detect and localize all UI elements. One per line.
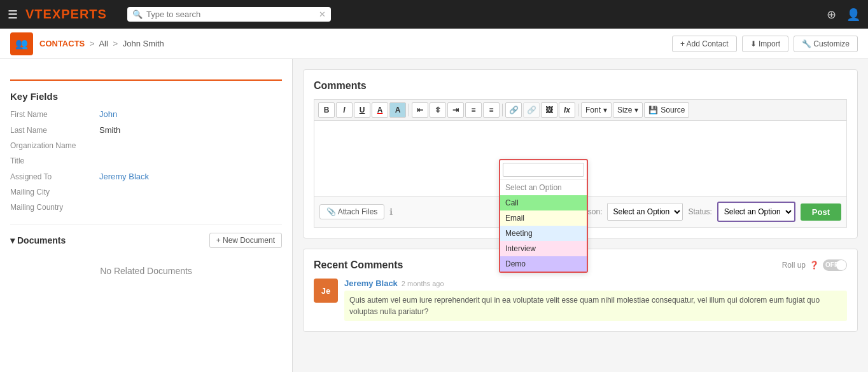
unlink-button[interactable]: 🔗 xyxy=(523,102,540,118)
roll-up-label: Roll up xyxy=(782,261,806,270)
field-value-firstname[interactable]: John xyxy=(99,109,117,119)
field-label-firstname: First Name xyxy=(10,110,99,119)
search-input[interactable] xyxy=(146,10,315,19)
bold-button[interactable]: B xyxy=(318,102,335,118)
link-button[interactable]: 🔗 xyxy=(505,102,522,118)
align-right-button[interactable]: ⇥ xyxy=(447,102,464,118)
underline-button[interactable]: U xyxy=(354,102,370,118)
customize-button[interactable]: 🔧 Customize xyxy=(794,36,858,52)
avatar: Je xyxy=(314,279,338,303)
collapse-icon[interactable]: ▾ xyxy=(10,235,15,245)
toolbar-sep3 xyxy=(578,104,578,116)
dropdown-item-header[interactable]: Select an Option xyxy=(500,180,587,195)
dropdown-item-call[interactable]: Call xyxy=(500,195,587,210)
field-row: Mailing Country xyxy=(10,203,282,212)
ordered-list-button[interactable]: ≡ xyxy=(465,102,482,118)
roll-up-toggle[interactable]: OFF xyxy=(823,259,847,271)
size-arrow: ▾ xyxy=(634,106,638,114)
toggle-knob xyxy=(836,260,846,270)
content-area: Comments B I U A A ⇤ ⇳ ⇥ ≡ ≡ 🔗 🔗 🖼 Ix xyxy=(293,59,868,372)
search-icon: 🔍 xyxy=(132,10,143,19)
nav-right: ⊕ 👤 xyxy=(827,8,860,22)
field-label-city: Mailing City xyxy=(10,188,99,196)
main-layout: Key Fields First Name John Last Name Smi… xyxy=(0,59,868,372)
field-label-assigned: Assigned To xyxy=(10,172,99,181)
field-value-assigned[interactable]: Jeremy Black xyxy=(99,172,149,181)
comment-body: Jeremy Black 2 months ago Quis autem vel… xyxy=(344,279,847,321)
user-icon[interactable]: 👤 xyxy=(846,8,860,22)
module-icon: 👥 xyxy=(10,32,33,55)
dropdown-item-email[interactable]: Email xyxy=(500,210,587,226)
add-icon[interactable]: ⊕ xyxy=(827,8,836,22)
clear-search-icon[interactable]: ✕ xyxy=(319,10,326,19)
comment-text: Quis autem vel eum iure reprehenderit qu… xyxy=(344,291,847,321)
add-contact-button[interactable]: + Add Contact xyxy=(672,36,737,52)
roll-up-wrap: Roll up ❓ OFF xyxy=(782,259,847,271)
documents-section: ▾ Documents + New Document No Related Do… xyxy=(10,224,282,286)
source-dropdown[interactable]: 💾 Source xyxy=(644,102,689,118)
help-icon[interactable]: ❓ xyxy=(809,261,819,270)
comments-toolbar: B I U A A ⇤ ⇳ ⇥ ≡ ≡ 🔗 🔗 🖼 Ix Font ▾ xyxy=(314,99,847,120)
menu-icon[interactable]: ☰ xyxy=(8,8,18,22)
dropdown-item-meeting[interactable]: Meeting xyxy=(500,226,587,241)
source-label: Source xyxy=(661,106,685,114)
key-fields-title: Key Fields xyxy=(10,91,282,102)
toolbar-sep2 xyxy=(502,104,503,116)
editor-area[interactable]: Select an Option Call Email Meeting Inte… xyxy=(314,120,847,196)
recent-comments-title: Recent Comments xyxy=(314,259,403,271)
key-fields-section: Key Fields First Name John Last Name Smi… xyxy=(10,91,282,212)
font-dropdown[interactable]: Font ▾ xyxy=(581,102,612,118)
new-document-button[interactable]: + New Document xyxy=(209,233,282,248)
breadcrumb-current: John Smith xyxy=(123,39,164,48)
post-button[interactable]: Post xyxy=(801,203,841,221)
import-button[interactable]: ⬇ Import xyxy=(742,36,788,52)
font-label: Font xyxy=(585,106,601,114)
no-related-docs: No Related Documents xyxy=(10,256,282,286)
field-row: Title xyxy=(10,156,282,165)
reason-select[interactable]: Select an Option xyxy=(607,203,683,221)
dropdown-item-interview[interactable]: Interview xyxy=(500,241,587,256)
top-nav: ☰ VTEXPERTS 🔍 ✕ ⊕ 👤 xyxy=(0,0,868,29)
field-row: Organization Name xyxy=(10,141,282,150)
field-label-title: Title xyxy=(10,156,99,165)
font-color-button[interactable]: A xyxy=(372,102,388,118)
unordered-list-button[interactable]: ≡ xyxy=(483,102,500,118)
dropdown-search-input[interactable] xyxy=(503,163,584,177)
toolbar-sep1 xyxy=(409,104,409,116)
size-dropdown[interactable]: Size ▾ xyxy=(613,102,643,118)
source-icon: 💾 xyxy=(648,106,658,114)
source-code-button[interactable]: Ix xyxy=(559,102,575,118)
field-label-org: Organization Name xyxy=(10,141,99,150)
comment-entry: Je Jeremy Black 2 months ago Quis autem … xyxy=(314,279,847,321)
sidebar-tabs xyxy=(10,69,282,81)
italic-button[interactable]: I xyxy=(336,102,353,118)
reason-dropdown-overlay: Select an Option Call Email Meeting Inte… xyxy=(499,159,588,273)
align-center-button[interactable]: ⇳ xyxy=(430,102,446,118)
align-left-button[interactable]: ⇤ xyxy=(412,102,428,118)
attach-files-button[interactable]: 📎 Attach Files xyxy=(319,204,384,219)
documents-title: ▾ Documents xyxy=(10,235,66,245)
breadcrumb-sep1: > xyxy=(90,39,95,48)
status-label: Status: xyxy=(688,207,711,216)
commenter-name[interactable]: Jeremy Black xyxy=(344,279,398,288)
field-value-lastname[interactable]: Smith xyxy=(99,125,120,135)
breadcrumb: CONTACTS > All > John Smith xyxy=(39,39,164,48)
breadcrumb-sep2: > xyxy=(113,39,118,48)
documents-header: ▾ Documents + New Document xyxy=(10,233,282,248)
field-label-country: Mailing Country xyxy=(10,203,99,212)
comment-time: 2 months ago xyxy=(402,280,444,287)
field-row: First Name John xyxy=(10,109,282,119)
highlight-button[interactable]: A xyxy=(389,102,406,118)
status-select-wrap: Select an Option xyxy=(717,202,795,222)
dropdown-item-demo[interactable]: Demo xyxy=(500,256,587,272)
status-select[interactable]: Select an Option xyxy=(719,203,794,220)
info-icon[interactable]: ℹ xyxy=(389,207,393,217)
field-row: Mailing City xyxy=(10,188,282,196)
dropdown-search-wrap xyxy=(500,160,587,180)
comments-section: Comments B I U A A ⇤ ⇳ ⇥ ≡ ≡ 🔗 🔗 🖼 Ix xyxy=(303,69,858,238)
field-row: Assigned To Jeremy Black xyxy=(10,172,282,181)
font-arrow: ▾ xyxy=(603,106,607,114)
module-name[interactable]: CONTACTS xyxy=(39,39,85,48)
breadcrumb-all[interactable]: All xyxy=(99,39,108,48)
image-button[interactable]: 🖼 xyxy=(541,102,557,118)
